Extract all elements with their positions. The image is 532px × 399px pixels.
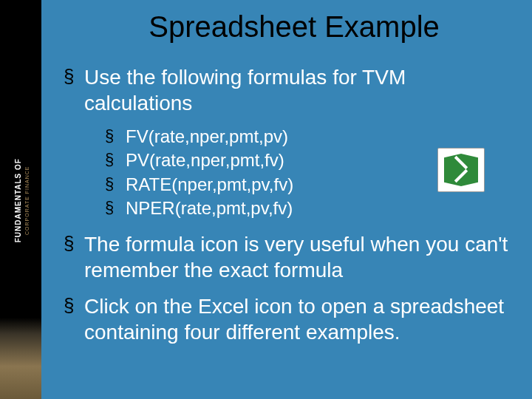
bullet-text: Use the following formulas for TVM calcu…	[84, 66, 406, 115]
spine-line2: CORPORATE FINANCE	[24, 112, 30, 289]
sub-bullet-text: RATE(nper,pmt,pv,fv)	[126, 174, 293, 194]
sub-bullet-item: NPER(rate,pmt,pv,fv)	[84, 197, 510, 220]
book-spine-text: FUNDAMENTALS OF CORPORATE FINANCE	[14, 112, 30, 289]
sub-bullet-text: NPER(rate,pmt,pv,fv)	[126, 198, 293, 218]
bullet-text: The formula icon is very useful when you…	[84, 233, 508, 282]
excel-icon[interactable]	[437, 148, 485, 192]
excel-icon-glyph	[444, 154, 478, 186]
bullet-item: Use the following formulas for TVM calcu…	[64, 64, 510, 221]
bullet-item: Click on the Excel icon to open a spread…	[64, 293, 510, 345]
bullet-text: Click on the Excel icon to open a spread…	[84, 295, 504, 344]
bullet-list: Use the following formulas for TVM calcu…	[64, 64, 510, 345]
spine-artwork	[0, 318, 41, 399]
slide-content: Spreadsheet Example Use the following fo…	[41, 0, 532, 399]
book-spine-sidebar: FUNDAMENTALS OF CORPORATE FINANCE	[0, 0, 41, 399]
sub-bullet-text: FV(rate,nper,pmt,pv)	[126, 126, 288, 146]
bullet-item: The formula icon is very useful when you…	[64, 231, 510, 283]
sub-bullet-item: FV(rate,nper,pmt,pv)	[84, 125, 510, 149]
spine-line1: FUNDAMENTALS OF	[14, 112, 23, 289]
slide-title: Spreadsheet Example	[64, 10, 510, 44]
sub-bullet-text: PV(rate,nper,pmt,fv)	[126, 150, 284, 170]
